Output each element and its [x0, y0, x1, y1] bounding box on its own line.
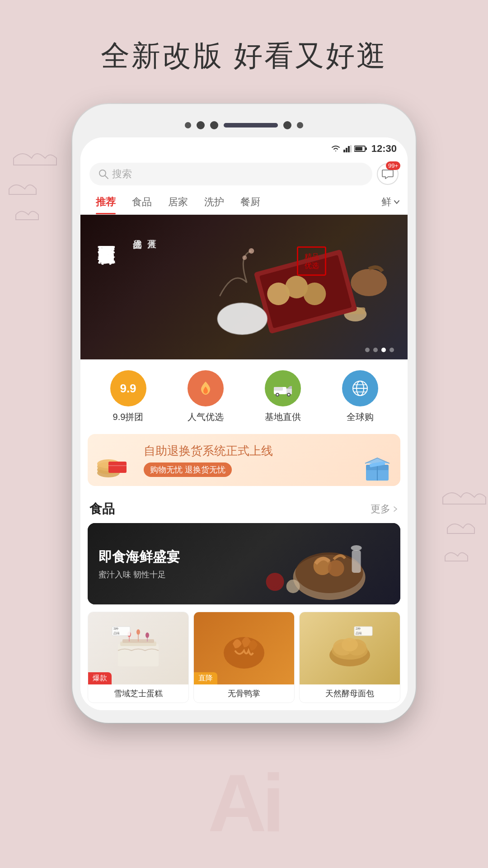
banner-dot-1: [365, 348, 370, 352]
popular-icon: [188, 370, 224, 406]
product-card-2[interactable]: 直降 无骨鸭掌: [193, 612, 295, 703]
phone-screen: 12:30 搜索 99: [80, 137, 408, 710]
food-section-header: 食品 更多: [80, 493, 408, 523]
category-tabs: 推荐 食品 居家 洗护 餐厨 鲜: [80, 190, 408, 215]
front-camera: [185, 122, 191, 128]
chevron-down-icon: [393, 198, 400, 206]
svg-text:2种: 2种: [356, 627, 361, 630]
banner-illustration: [195, 215, 408, 359]
banner-dot-4: [389, 348, 394, 352]
svg-point-25: [277, 394, 278, 396]
svg-rect-3: [350, 145, 352, 152]
global-icon: [342, 370, 378, 406]
promo-subtitle: 购物无忧 退换货无忧: [144, 462, 232, 477]
product-img-2: 直降: [194, 612, 294, 684]
svg-point-18: [351, 269, 387, 296]
search-bar-container: 搜索 99+: [80, 158, 408, 190]
svg-rect-0: [343, 150, 345, 152]
status-icons: 12:30: [331, 143, 397, 155]
svg-rect-5: [355, 147, 362, 151]
phone-frame: 12:30 搜索 99: [72, 104, 416, 723]
promo-box: [361, 453, 393, 482]
product-img-3: 2种 品味: [300, 612, 400, 684]
banner-dots: [365, 348, 394, 352]
svg-point-48: [286, 580, 300, 593]
main-banner[interactable]: 圆满中秋汇百香 月下佳人 岁岁品优选 精品优选: [80, 215, 408, 359]
search-bar[interactable]: 搜索: [89, 163, 372, 185]
tab-more[interactable]: 鲜: [381, 195, 400, 209]
status-bar: 12:30: [80, 137, 408, 158]
food-hero-banner[interactable]: 即食海鲜盛宴 蜜汁入味 韧性十足: [88, 523, 400, 604]
global-label: 全球购: [347, 411, 374, 423]
product-grid: 3种 品味 爆款 雪域芝士蛋糕: [80, 604, 408, 710]
phone-notch: [80, 117, 408, 137]
food-banner-text: 即食海鲜盛宴 蜜汁入味 韧性十足: [99, 548, 180, 580]
feature-global[interactable]: 全球购: [342, 370, 378, 423]
chevron-right-icon: [392, 506, 399, 512]
tab-home[interactable]: 居家: [160, 190, 196, 214]
tab-recommend[interactable]: 推荐: [88, 190, 124, 214]
product-card-1[interactable]: 3种 品味 爆款 雪域芝士蛋糕: [88, 612, 189, 703]
feature-popular[interactable]: 人气优选: [188, 370, 224, 423]
feature-icons-row: 9.9 9.9拼团 人气优选: [80, 359, 408, 434]
tab-kitchen[interactable]: 餐厨: [232, 190, 268, 214]
food-banner-title: 即食海鲜盛宴: [99, 548, 180, 566]
seafood-illustration: [213, 523, 400, 604]
product-name-1: 雪域芝士蛋糕: [88, 684, 188, 703]
food-section-more[interactable]: 更多: [371, 502, 399, 516]
svg-point-58: [136, 629, 140, 635]
status-time: 12:30: [371, 143, 397, 155]
sensor2: [283, 121, 291, 129]
search-icon: [99, 169, 108, 179]
svg-point-27: [288, 394, 290, 396]
svg-rect-2: [348, 146, 350, 152]
page-title: 全新改版 好看又好逛: [0, 36, 488, 75]
tab-care[interactable]: 洗护: [196, 190, 232, 214]
svg-rect-6: [366, 147, 367, 150]
popular-label: 人气优选: [188, 411, 224, 423]
svg-text:3种: 3种: [113, 627, 118, 630]
svg-rect-1: [346, 148, 347, 152]
feature-direct[interactable]: 基地直供: [265, 370, 301, 423]
food-section: 食品 更多: [80, 493, 408, 710]
direct-icon: [265, 370, 301, 406]
direct-label: 基地直供: [265, 411, 301, 423]
svg-point-47: [266, 573, 284, 591]
svg-point-20: [249, 248, 254, 254]
notification-badge: 99+: [386, 161, 400, 170]
svg-point-50: [351, 545, 361, 551]
sensor3: [297, 122, 303, 128]
feature-pintuan[interactable]: 9.9 9.9拼团: [110, 370, 146, 423]
svg-rect-51: [118, 644, 159, 666]
earpiece: [224, 123, 278, 127]
tab-food[interactable]: 食品: [124, 190, 160, 214]
svg-line-8: [105, 175, 108, 179]
promo-title: 自助退换货系统正式上线: [144, 443, 273, 459]
promo-text: 自助退换货系统正式上线 购物无忧 退换货无忧: [144, 443, 273, 477]
svg-point-46: [328, 560, 344, 576]
promo-banner[interactable]: 自助退换货系统正式上线 购物无忧 退换货无忧: [88, 434, 400, 486]
product-badge-1: 爆款: [88, 672, 112, 684]
food-banner-sub: 蜜汁入味 韧性十足: [99, 569, 180, 580]
seal-stamp: 精品优选: [297, 246, 326, 276]
ai-watermark: Ai: [208, 756, 280, 850]
promo-coins: [95, 453, 131, 481]
banner-dot-2: [373, 348, 378, 352]
wifi-icon: [331, 145, 341, 153]
speaker: [197, 121, 205, 129]
svg-point-21: [243, 255, 247, 260]
sensor1: [210, 121, 218, 129]
product-card-3[interactable]: 2种 品味 天然酵母面包: [299, 612, 400, 703]
product-name-2: 无骨鸭掌: [194, 684, 294, 703]
banner-dot-3: [381, 348, 386, 352]
product-img-1: 3种 品味 爆款: [88, 612, 188, 684]
svg-rect-49: [352, 550, 361, 573]
svg-rect-23: [274, 387, 283, 391]
svg-rect-37: [108, 462, 127, 473]
svg-text:品味: 品味: [356, 632, 362, 635]
battery-icon: [354, 146, 367, 152]
food-section-title: 食品: [89, 500, 115, 518]
message-badge-container[interactable]: 99+: [377, 163, 399, 185]
svg-point-17: [304, 283, 326, 305]
svg-text:品味: 品味: [113, 632, 120, 635]
